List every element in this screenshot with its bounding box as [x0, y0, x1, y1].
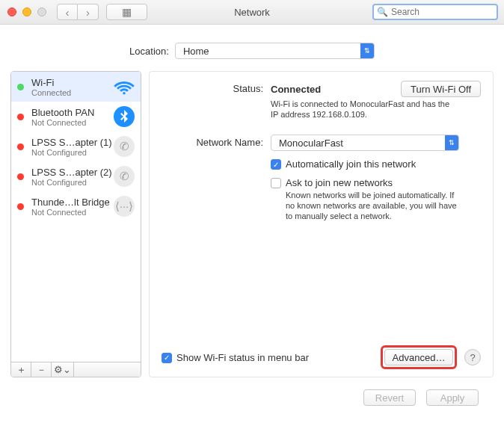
checkbox-icon	[271, 178, 281, 188]
search-field-wrap[interactable]: 🔍	[372, 4, 498, 20]
close-window-button[interactable]	[7, 7, 16, 16]
status-dot-icon	[17, 114, 24, 120]
ask-join-description: Known networks will be joined automatica…	[286, 190, 461, 221]
service-status: Not Configured	[31, 178, 114, 187]
wifi-icon	[114, 76, 135, 97]
bridge-icon: ⟨···⟩	[114, 196, 135, 217]
bluetooth-icon	[114, 106, 135, 127]
service-status: Connected	[31, 88, 114, 97]
service-actions-button[interactable]: ⚙︎⌄	[52, 362, 74, 377]
search-icon: 🔍	[377, 7, 388, 17]
advanced-highlight: Advanced…	[381, 345, 457, 369]
services-list: Wi-Fi Connected Bluetooth PAN Not Connec…	[11, 72, 141, 362]
service-name: Bluetooth PAN	[31, 107, 114, 118]
service-status: Not Configured	[31, 148, 114, 157]
status-dot-icon	[17, 203, 24, 210]
phone-icon: ✆	[114, 136, 135, 157]
ask-join-checkbox[interactable]: Ask to join new networks	[271, 177, 461, 188]
help-icon: ?	[470, 352, 475, 363]
stepper-icon: ⇅	[360, 43, 374, 58]
location-value: Home	[176, 46, 226, 57]
auto-join-checkbox[interactable]: ✓ Automatically join this network	[271, 158, 416, 170]
status-description: Wi-Fi is connected to MonocularFast and …	[271, 99, 458, 120]
services-sidebar: Wi-Fi Connected Bluetooth PAN Not Connec…	[10, 71, 141, 377]
help-button[interactable]: ?	[464, 349, 481, 365]
minimize-window-button[interactable]	[22, 7, 31, 16]
show-menu-label: Show Wi-Fi status in menu bar	[176, 352, 309, 363]
forward-button[interactable]: ›	[78, 4, 99, 20]
search-input[interactable]	[391, 7, 503, 17]
checkbox-checked-icon: ✓	[162, 353, 172, 363]
turn-wifi-off-button[interactable]: Turn Wi-Fi Off	[401, 81, 481, 97]
network-name-label: Network Name:	[162, 135, 271, 148]
show-all-button[interactable]: ▦	[106, 4, 147, 20]
titlebar: ‹ › ▦ Network 🔍	[0, 0, 504, 25]
service-status: Not Connected	[31, 118, 114, 127]
zoom-window-button	[37, 7, 46, 16]
sidebar-toolbar: ＋ － ⚙︎⌄	[11, 362, 141, 377]
grid-icon: ▦	[122, 6, 132, 18]
service-name: LPSS S…apter (2)	[31, 167, 114, 178]
status-dot-icon	[17, 173, 24, 180]
service-status: Not Connected	[31, 208, 114, 217]
service-item-thunderbolt[interactable]: Thunde…lt Bridge Not Connected ⟨···⟩	[11, 191, 141, 221]
advanced-button[interactable]: Advanced…	[384, 349, 453, 365]
remove-service-button[interactable]: －	[31, 362, 52, 377]
plus-icon: ＋	[16, 363, 26, 377]
auto-join-label: Automatically join this network	[286, 158, 416, 170]
status-label: Status:	[162, 81, 271, 94]
chevron-right-icon: ›	[86, 6, 90, 19]
ask-join-label: Ask to join new networks	[286, 177, 393, 188]
service-item-bluetooth[interactable]: Bluetooth PAN Not Connected	[11, 102, 141, 132]
location-label: Location:	[129, 46, 169, 57]
gear-icon: ⚙︎⌄	[54, 364, 71, 375]
service-item-wifi[interactable]: Wi-Fi Connected	[11, 72, 141, 102]
checkbox-checked-icon: ✓	[271, 159, 281, 170]
add-service-button[interactable]: ＋	[11, 362, 31, 377]
revert-button[interactable]: Revert	[363, 389, 416, 406]
apply-button[interactable]: Apply	[426, 389, 479, 406]
service-name: LPSS S…apter (1)	[31, 137, 114, 148]
service-name: Thunde…lt Bridge	[31, 197, 114, 208]
detail-panel: Status: Connected Turn Wi-Fi Off Wi-Fi i…	[149, 71, 494, 377]
location-row: Location: Home ⇅	[10, 43, 494, 59]
status-dot-icon	[17, 143, 24, 150]
show-menu-checkbox[interactable]: ✓ Show Wi-Fi status in menu bar	[162, 352, 309, 363]
status-value: Connected	[271, 84, 321, 95]
location-select[interactable]: Home ⇅	[175, 43, 375, 59]
status-dot-icon	[17, 84, 24, 90]
minus-icon: －	[37, 363, 46, 377]
service-name: Wi-Fi	[31, 77, 114, 88]
service-item-lpss2[interactable]: LPSS S…apter (2) Not Configured ✆	[11, 161, 141, 191]
phone-icon: ✆	[114, 166, 135, 187]
network-name-value: MonocularFast	[271, 138, 360, 149]
stepper-icon: ⇅	[445, 135, 458, 150]
back-button[interactable]: ‹	[57, 4, 78, 20]
chevron-left-icon: ‹	[66, 6, 70, 19]
network-name-select[interactable]: MonocularFast ⇅	[271, 135, 459, 151]
service-item-lpss1[interactable]: LPSS S…apter (1) Not Configured ✆	[11, 132, 141, 161]
